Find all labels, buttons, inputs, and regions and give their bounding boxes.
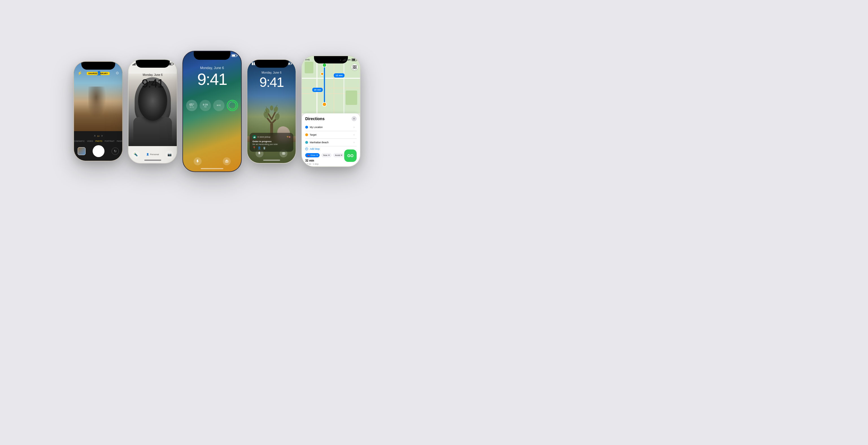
mode-pano[interactable]: PANO bbox=[117, 140, 122, 142]
tz-time: 8:29 bbox=[203, 103, 208, 106]
park-area2 bbox=[346, 91, 357, 105]
mode-photo[interactable]: PHOTO bbox=[95, 140, 102, 142]
camera-screen: SHARED LIBRARY ⚡ 👤 ⊙ .5 1× 3 CINEMATIC V… bbox=[74, 62, 122, 161]
stop-my-location[interactable]: My Location ≡ bbox=[305, 124, 356, 131]
zoom-05[interactable]: .5 bbox=[94, 135, 95, 137]
svg-rect-23 bbox=[353, 65, 354, 67]
nyc-widget[interactable]: NYC bbox=[213, 100, 224, 111]
cup-icon: 🥤 bbox=[262, 146, 266, 149]
time-chevron: ▾ bbox=[329, 154, 330, 157]
target-label: Target bbox=[310, 133, 316, 136]
flashlight-button[interactable] bbox=[194, 157, 202, 165]
zoom-1x[interactable]: 1× bbox=[97, 135, 100, 137]
map-controls-button[interactable] bbox=[351, 64, 358, 70]
profile-icon: 👤 bbox=[146, 153, 149, 156]
notch bbox=[255, 60, 288, 68]
location-icon: ▲ bbox=[339, 59, 342, 61]
phone-camera: SHARED LIBRARY ⚡ 👤 ⊙ .5 1× 3 CINEMATIC V… bbox=[73, 61, 123, 161]
svg-rect-26 bbox=[355, 67, 356, 69]
camera-modes: CINEMATIC VIDEO PHOTO PORTRAIT PANO bbox=[74, 140, 122, 142]
notif-actions: 📍 👤 🥤 bbox=[252, 146, 290, 149]
map-view[interactable]: 12 min 20 min 9:41 ▲ WiFi bbox=[302, 56, 360, 113]
flip-camera-button[interactable]: ↻ bbox=[112, 147, 119, 155]
camera-shutter-row: ↻ bbox=[74, 145, 122, 157]
signal-icon bbox=[342, 58, 346, 61]
camera-button[interactable] bbox=[223, 157, 231, 165]
drag-handle-2[interactable]: ≡ bbox=[351, 132, 356, 137]
timezone-widget[interactable]: 8:29 PM bbox=[199, 100, 211, 111]
flashlight-button[interactable]: 🔦 bbox=[132, 150, 140, 159]
svg-point-4 bbox=[226, 161, 227, 162]
car-icon: 🚗 bbox=[307, 154, 310, 157]
eta-distance: 9.7 mi · 1 stop bbox=[305, 163, 318, 165]
signal-icon bbox=[132, 63, 135, 65]
settings-icon[interactable]: ⊙ bbox=[116, 71, 119, 75]
road-v3 bbox=[344, 56, 344, 113]
svg-point-22 bbox=[283, 153, 284, 154]
road-h1 bbox=[302, 78, 360, 79]
drive-button[interactable]: 🚗 Drive ▾ bbox=[305, 153, 320, 157]
home-indicator bbox=[144, 160, 161, 161]
eta-time: 32 min bbox=[305, 159, 318, 162]
camera-top-icons: ⚡ 👤 ⊙ bbox=[74, 71, 122, 75]
notch bbox=[81, 62, 115, 70]
lock-profile: 👤 Personal bbox=[146, 153, 159, 156]
zoom-3[interactable]: 3 bbox=[101, 135, 102, 137]
stop-manhattan-beach[interactable]: Manhattan Beach ≡ bbox=[305, 139, 356, 146]
color-lock-screen: ▋▋▋ WiFi Monday, June 6 9:41 65° 55 72 8… bbox=[183, 51, 241, 171]
phone-bw-lock: ▲ WiFi Monday, June 6 9:41 🔦 bbox=[128, 59, 177, 164]
flash-icon[interactable]: ⚡ bbox=[78, 71, 82, 75]
person-icon: 👤 bbox=[257, 146, 261, 149]
lock-time: 9:41 bbox=[183, 70, 241, 89]
route-line bbox=[324, 65, 325, 105]
svg-marker-20 bbox=[258, 152, 260, 155]
joshua-lock-screen: ▋▋▋ WiFi Monday, June 6 9:41 bbox=[247, 60, 296, 163]
manhattan-beach-label: Manhattan Beach bbox=[310, 141, 329, 144]
lock-widgets: 65° 55 72 8:29 PM NYC bbox=[183, 100, 241, 111]
camera-lock-button[interactable]: 📷 bbox=[165, 150, 174, 159]
weather-widget[interactable]: 65° 55 72 bbox=[186, 100, 197, 111]
drag-handle-1[interactable]: ≡ bbox=[351, 125, 356, 130]
home-indicator bbox=[201, 168, 223, 169]
bw-lock-screen: ▲ WiFi Monday, June 6 9:41 🔦 bbox=[128, 60, 177, 163]
notif-app-label: In store pickup bbox=[257, 136, 271, 138]
maps-screen: 12 min 20 min 9:41 ▲ WiFi bbox=[302, 56, 360, 166]
go-label: GO bbox=[347, 153, 353, 158]
close-directions-button[interactable]: ✕ bbox=[351, 116, 356, 121]
lock-time: 9:41 bbox=[128, 77, 177, 90]
directions-panel: Directions ✕ My Location ≡ Target ≡ bbox=[302, 113, 360, 166]
shutter-button[interactable] bbox=[93, 145, 104, 157]
people-icon[interactable]: 👤 bbox=[97, 71, 101, 75]
notch bbox=[136, 60, 170, 68]
battery-icon bbox=[351, 58, 356, 61]
target-dot bbox=[305, 133, 308, 136]
mode-cinematic[interactable]: CINEMATIC bbox=[74, 140, 85, 142]
stop-target[interactable]: Target ≡ bbox=[305, 131, 356, 139]
mode-portrait[interactable]: PORTRAIT bbox=[104, 140, 114, 142]
avoid-button[interactable]: Avoid ▾ bbox=[333, 153, 344, 157]
add-stop-icon: + bbox=[305, 147, 308, 150]
lock-date: Monday, June 6 bbox=[183, 66, 241, 70]
directions-header: Directions ✕ bbox=[305, 116, 356, 121]
svg-rect-24 bbox=[355, 65, 356, 67]
notif-body: We are handcrafting your order bbox=[252, 143, 290, 145]
go-button[interactable]: GO bbox=[344, 149, 356, 162]
drive-label: Drive bbox=[311, 154, 316, 157]
lock-screen-actions: 🔦 👤 Personal 📷 bbox=[128, 150, 177, 159]
eta-info: 32 min 9.7 mi · 1 stop bbox=[305, 159, 318, 166]
starbucks-notification[interactable]: ☕ In store pickup 🏆🎯 Order in progress W… bbox=[250, 133, 293, 152]
wifi-icon: WiFi bbox=[346, 59, 351, 61]
phones-container: SHARED LIBRARY ⚡ 👤 ⊙ .5 1× 3 CINEMATIC V… bbox=[68, 39, 366, 183]
avoid-label: Avoid bbox=[335, 154, 341, 157]
notch bbox=[194, 51, 230, 60]
manhattan-beach-dot bbox=[305, 141, 308, 144]
activity-widget[interactable] bbox=[227, 100, 238, 111]
notif-title: Order in progress bbox=[252, 140, 290, 143]
last-photo-thumb[interactable] bbox=[78, 147, 86, 155]
time-button[interactable]: Now ▾ bbox=[321, 153, 332, 157]
lock-date: Monday, June 6 bbox=[128, 73, 177, 76]
drag-handle-3[interactable]: ≡ bbox=[351, 140, 356, 145]
mode-video[interactable]: VIDEO bbox=[87, 140, 93, 142]
svg-point-14 bbox=[270, 105, 273, 110]
park-area bbox=[305, 62, 313, 73]
